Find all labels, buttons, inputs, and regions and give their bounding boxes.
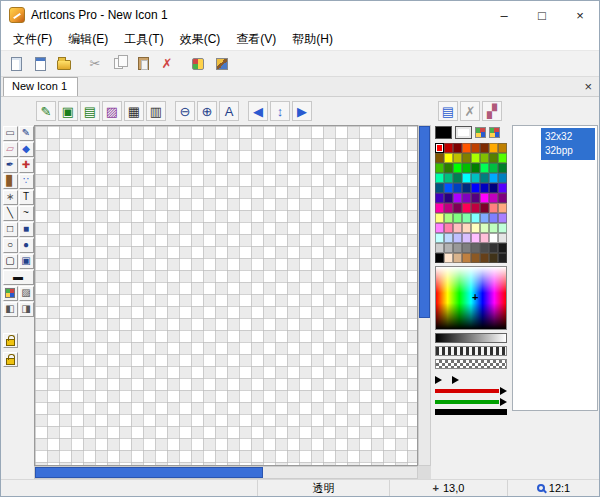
red-channel-slider[interactable] — [435, 387, 509, 395]
green-channel-slider[interactable] — [435, 398, 509, 406]
palette-swatch[interactable] — [480, 143, 489, 153]
dropper-tool[interactable]: ✚ — [19, 158, 34, 173]
palette-swatch[interactable] — [480, 203, 489, 213]
palette-swatch[interactable] — [471, 223, 480, 233]
palette-swatch[interactable] — [480, 183, 489, 193]
palette-swatch[interactable] — [453, 213, 462, 223]
shade-mode-button[interactable]: ▣ — [58, 101, 78, 121]
palette-swatch[interactable] — [480, 233, 489, 243]
selection-mode-button[interactable]: ▨ — [102, 101, 122, 121]
palette-swatch[interactable] — [498, 183, 507, 193]
resize-button[interactable]: ↕ — [270, 101, 290, 121]
zoom-in-button[interactable]: ⊕ — [197, 101, 217, 121]
vertical-scroll-thumb[interactable] — [419, 126, 430, 318]
palette-swatch[interactable] — [444, 213, 453, 223]
gradient-h-tool[interactable]: ◧ — [3, 302, 18, 317]
palette-swatch[interactable] — [462, 233, 471, 243]
palette-swatch[interactable] — [453, 143, 462, 153]
palette-swatch[interactable] — [498, 173, 507, 183]
palette-swatch[interactable] — [489, 153, 498, 163]
palette-swatch[interactable] — [480, 213, 489, 223]
palette-swatch[interactable] — [462, 153, 471, 163]
palette-swatch[interactable] — [471, 243, 480, 253]
dither-tool[interactable]: ▨ — [19, 286, 34, 301]
palette-swatch[interactable] — [435, 253, 444, 263]
palette-swatch[interactable] — [489, 223, 498, 233]
palette-tool[interactable] — [3, 286, 18, 301]
menu-item[interactable]: 效果(C) — [172, 28, 229, 51]
fill-mode-button[interactable]: ▤ — [80, 101, 100, 121]
lock-palette-button[interactable] — [3, 352, 18, 367]
minimize-button[interactable]: – — [485, 1, 523, 29]
grid-button[interactable]: ▦ — [124, 101, 144, 121]
menu-item[interactable]: 帮助(H) — [284, 28, 341, 51]
horizontal-scrollbar[interactable] — [34, 466, 418, 479]
palette-swatch[interactable] — [435, 193, 444, 203]
palette-swatch[interactable] — [453, 243, 462, 253]
palette-swatch[interactable] — [462, 203, 471, 213]
palette-swatch[interactable] — [435, 223, 444, 233]
palette-swatch[interactable] — [435, 153, 444, 163]
palette-swatch[interactable] — [435, 143, 444, 153]
clear-image-button[interactable]: ▞ — [482, 101, 502, 121]
palette-swatch[interactable] — [480, 193, 489, 203]
rounded-rect-tool[interactable]: ▢ — [3, 254, 18, 269]
palette-swatch[interactable] — [498, 193, 507, 203]
palette-swatch[interactable] — [489, 183, 498, 193]
palette-swatch[interactable] — [498, 143, 507, 153]
palette-swatch[interactable] — [462, 243, 471, 253]
palette-swatch[interactable] — [498, 233, 507, 243]
palette-swatch[interactable] — [480, 173, 489, 183]
paste-button[interactable] — [132, 53, 154, 75]
palette-swatch[interactable] — [498, 223, 507, 233]
tab-close-icon[interactable]: × — [577, 79, 599, 96]
palette-swatch[interactable] — [435, 213, 444, 223]
pencil-tool[interactable]: ✎ — [19, 126, 34, 141]
line-tool[interactable]: ╲ — [3, 206, 18, 221]
luminance-slider[interactable] — [435, 409, 509, 415]
palette-swatch[interactable] — [471, 163, 480, 173]
palette-swatch[interactable] — [498, 203, 507, 213]
palette-swatch[interactable] — [453, 253, 462, 263]
palette-swatch[interactable] — [498, 163, 507, 173]
lock-colors-button[interactable] — [3, 333, 18, 348]
copy-button[interactable] — [108, 53, 130, 75]
green-channel-thumb-icon[interactable] — [500, 398, 507, 406]
line-width-button[interactable]: ▬ — [3, 270, 34, 285]
palette-swatch[interactable] — [444, 183, 453, 193]
grayscale-gradient-bar[interactable] — [435, 333, 507, 343]
palette-swatch[interactable] — [489, 163, 498, 173]
palette-swatch[interactable] — [453, 203, 462, 213]
horizontal-scroll-thumb[interactable] — [35, 467, 263, 478]
palette-swatch[interactable] — [489, 203, 498, 213]
palette-swatch[interactable] — [444, 143, 453, 153]
custom-palette-icon[interactable] — [489, 127, 500, 138]
palette-swatch[interactable] — [498, 213, 507, 223]
palette-swatch[interactable] — [462, 143, 471, 153]
palette-swatch[interactable] — [489, 193, 498, 203]
marker-icon[interactable] — [452, 376, 459, 384]
image-format-item[interactable]: 32x32 32bpp — [515, 128, 595, 160]
zoom-out-button[interactable]: ⊖ — [175, 101, 195, 121]
palette-swatch[interactable] — [471, 153, 480, 163]
background-color-swatch[interactable] — [455, 126, 472, 139]
dual-grid-button[interactable]: ▥ — [146, 101, 166, 121]
palette-swatch[interactable] — [489, 253, 498, 263]
fill-tool[interactable]: ◆ — [19, 142, 34, 157]
palette-swatch[interactable] — [471, 173, 480, 183]
palette-swatch[interactable] — [498, 153, 507, 163]
dither-gradient-bar-2[interactable] — [435, 359, 507, 369]
eraser-tool[interactable]: ▱ — [3, 142, 18, 157]
palette-swatch[interactable] — [444, 173, 453, 183]
palette-swatch[interactable] — [444, 253, 453, 263]
palette-swatch[interactable] — [480, 253, 489, 263]
foreground-color-swatch[interactable] — [435, 126, 452, 139]
wizard-button[interactable] — [29, 53, 51, 75]
palette-swatch[interactable] — [471, 143, 480, 153]
palette-swatch[interactable] — [453, 173, 462, 183]
test-button[interactable] — [187, 53, 209, 75]
palette-swatch[interactable] — [453, 153, 462, 163]
menu-item[interactable]: 文件(F) — [5, 28, 60, 51]
palette-swatch[interactable] — [471, 253, 480, 263]
menu-item[interactable]: 编辑(E) — [60, 28, 116, 51]
